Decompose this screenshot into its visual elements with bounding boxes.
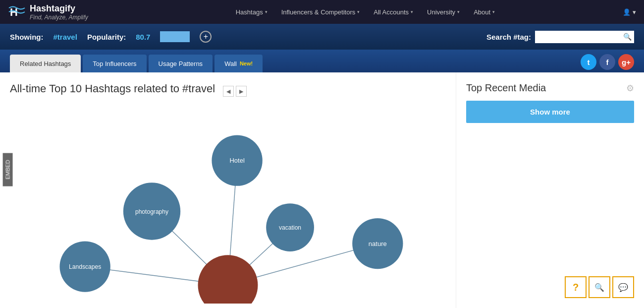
nav-influencers[interactable]: Influencers & Competitors ▾ <box>275 0 366 24</box>
tab-bar: Related Hashtags Top Influencers Usage P… <box>0 50 644 72</box>
caret-icon: ▾ <box>357 9 360 14</box>
color-swatch[interactable] <box>160 31 190 42</box>
caret-icon: ▾ <box>633 8 636 16</box>
main-content: All-time Top 10 Hashtags related to #tra… <box>0 72 644 308</box>
search-input[interactable] <box>535 31 634 43</box>
right-panel-title: Top Recent Media <box>466 82 546 94</box>
chat-widget-button[interactable]: 💬 <box>612 276 634 298</box>
user-menu[interactable]: 👤 ▾ <box>623 8 636 16</box>
bottom-widgets: ? 🔍 💬 <box>565 276 634 298</box>
nav-arrows: ◀ ▶ <box>223 86 247 97</box>
add-button[interactable]: + <box>200 31 212 43</box>
nav-university[interactable]: University ▾ <box>421 0 466 24</box>
twitter-button[interactable]: t <box>581 54 596 70</box>
caret-icon: ▾ <box>411 9 413 14</box>
search-widget-button[interactable]: 🔍 <box>589 276 610 298</box>
navbar: H Hashtagify Find, Analyze, Amplify Hash… <box>0 0 644 24</box>
right-panel: Top Recent Media ⚙ Show more <box>456 72 644 308</box>
svg-text:vacation: vacation <box>279 224 301 231</box>
nav-hashtags[interactable]: Hashtags ▾ <box>230 0 273 24</box>
show-more-button[interactable]: Show more <box>466 101 634 123</box>
embed-tab[interactable]: EMBED <box>3 153 13 186</box>
facebook-button[interactable]: f <box>599 54 615 70</box>
caret-icon: ▾ <box>265 9 268 14</box>
right-panel-header: Top Recent Media ⚙ <box>466 82 634 94</box>
info-bar: Showing: #travel Popularity: 80.7 + Sear… <box>0 24 644 50</box>
svg-text:Landscapes: Landscapes <box>69 263 101 270</box>
graph-container: Hotel photography vacation nature Landsc… <box>10 105 446 304</box>
popularity-label: Popularity: <box>87 33 126 41</box>
nav-about[interactable]: About ▾ <box>468 0 501 24</box>
prev-arrow[interactable]: ◀ <box>223 86 234 97</box>
gear-icon[interactable]: ⚙ <box>626 83 634 94</box>
brand-tagline: Find, Analyze, Amplify <box>30 14 88 21</box>
brand-logo-icon: H <box>8 3 26 21</box>
navbar-links: Hashtags ▾ Influencers & Competitors ▾ A… <box>108 0 623 24</box>
brand: H Hashtagify Find, Analyze, Amplify <box>8 3 88 21</box>
showing-tag: #travel <box>54 33 77 41</box>
section-title: All-time Top 10 Hashtags related to #tra… <box>10 82 215 95</box>
showing-label: Showing: <box>10 33 44 41</box>
tab-top-influencers[interactable]: Top Influencers <box>83 55 146 72</box>
next-arrow[interactable]: ▶ <box>236 86 247 97</box>
search-area: Search #tag: 🔍 <box>486 31 634 43</box>
tab-wall[interactable]: Wall New! <box>215 55 263 72</box>
caret-icon: ▾ <box>457 9 460 14</box>
user-icon: 👤 <box>623 8 631 16</box>
brand-name: Hashtagify <box>30 3 88 14</box>
caret-icon: ▾ <box>492 9 495 14</box>
center-node[interactable] <box>198 255 258 304</box>
nav-accounts[interactable]: All Accounts ▾ <box>368 0 419 24</box>
left-panel: All-time Top 10 Hashtags related to #tra… <box>0 72 456 308</box>
navbar-right: 👤 ▾ <box>623 8 636 16</box>
search-label: Search #tag: <box>486 33 531 41</box>
new-badge: New! <box>240 61 253 66</box>
search-wrap: 🔍 <box>535 31 634 43</box>
svg-text:photography: photography <box>135 208 169 215</box>
svg-text:nature: nature <box>369 240 387 247</box>
tab-related-hashtags[interactable]: Related Hashtags <box>10 55 81 72</box>
popularity-value: 80.7 <box>136 33 150 41</box>
svg-text:Hotel: Hotel <box>229 157 244 164</box>
search-button[interactable]: 🔍 <box>623 33 632 41</box>
help-widget-button[interactable]: ? <box>565 276 587 298</box>
tab-usage-patterns[interactable]: Usage Patterns <box>149 55 213 72</box>
google-button[interactable]: g+ <box>618 54 634 70</box>
social-buttons: t f g+ <box>581 54 634 72</box>
network-graph: Hotel photography vacation nature Landsc… <box>10 105 446 304</box>
